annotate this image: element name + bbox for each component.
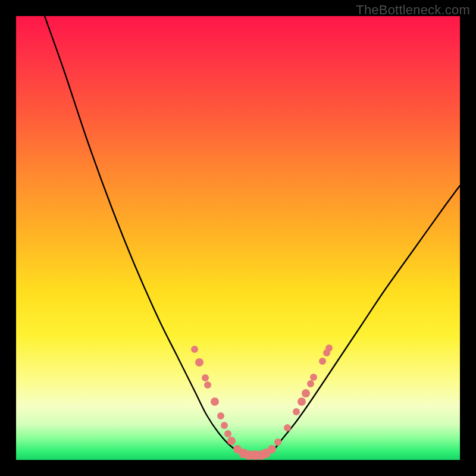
curve-marker [284,424,291,431]
curve-marker [224,430,231,437]
bottleneck-curve [45,16,460,456]
curve-marker [310,374,317,381]
curve-marker [204,381,211,389]
curve-marker [217,412,224,419]
curve-marker [302,389,310,397]
bottleneck-curve-svg [16,16,460,460]
curve-markers [191,345,333,460]
curve-marker [307,380,314,387]
curve-marker [227,437,236,445]
curve-marker [195,358,203,367]
curve-marker [298,397,306,406]
curve-marker [274,439,281,446]
curve-marker [325,345,333,352]
watermark-text: TheBottleneck.com [356,2,470,18]
curve-marker [202,374,209,381]
curve-marker [268,445,276,453]
curve-marker [221,422,228,429]
curve-marker [319,358,326,365]
curve-marker [211,397,219,406]
plot-area [16,16,460,460]
curve-marker [293,408,300,415]
curve-marker [191,346,198,353]
chart-frame: TheBottleneck.com [0,0,476,476]
